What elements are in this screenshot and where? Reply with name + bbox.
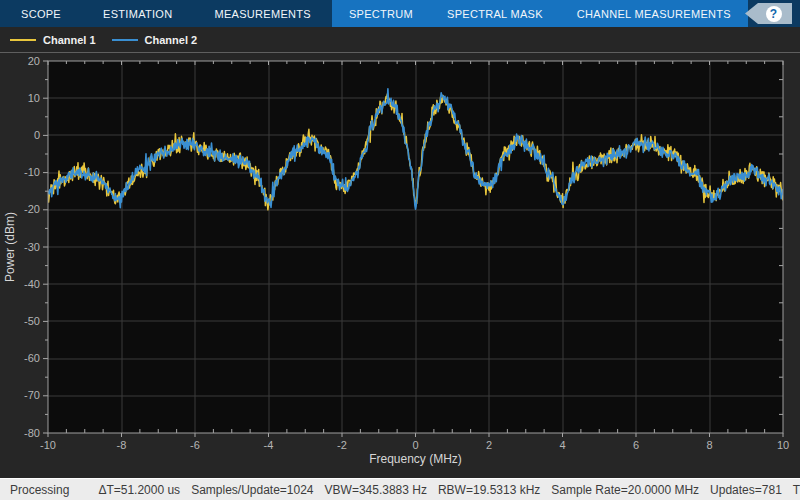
status-time: T=0.04 [793,483,800,497]
legend-item-channel-2[interactable]: Channel 2 [112,34,198,46]
svg-text:4: 4 [559,439,565,451]
active-tab-group: SPECTRUM SPECTRAL MASK CHANNEL MEASUREME… [332,0,748,27]
svg-text:-30: -30 [24,241,40,253]
status-state: Processing [10,483,69,497]
tab-scope[interactable]: SCOPE [0,0,82,27]
svg-text:20: 20 [28,55,40,67]
plot-panel: -10-8-6-4-2024681020100-10-20-30-40-50-6… [0,52,800,478]
status-updates: Updates=781 [710,483,782,497]
status-delta-t: ΔT=51.2000 us [98,483,180,497]
svg-text:Frequency (MHz): Frequency (MHz) [369,452,462,466]
svg-text:-6: -6 [190,439,200,451]
status-bar: Processing ΔT=51.2000 us Samples/Update=… [0,478,800,500]
channel-2-line-swatch [112,39,138,41]
svg-text:8: 8 [706,439,712,451]
status-fields: ΔT=51.2000 us Samples/Update=1024 VBW=34… [98,483,800,497]
spectrum-plot[interactable]: -10-8-6-4-2024681020100-10-20-30-40-50-6… [0,53,800,479]
svg-text:-4: -4 [264,439,274,451]
status-vbw: VBW=345.3883 Hz [325,483,427,497]
svg-text:-40: -40 [24,278,40,290]
svg-text:-10: -10 [24,166,40,178]
svg-text:0: 0 [34,129,40,141]
svg-text:-20: -20 [24,203,40,215]
svg-text:-8: -8 [117,439,127,451]
svg-text:6: 6 [633,439,639,451]
tab-measurements[interactable]: MEASUREMENTS [193,0,332,27]
tab-channel-measurements[interactable]: CHANNEL MEASUREMENTS [560,0,748,27]
legend-label: Channel 1 [43,34,96,46]
legend-item-channel-1[interactable]: Channel 1 [10,34,96,46]
svg-text:0: 0 [412,439,418,451]
status-sample-rate: Sample Rate=20.0000 MHz [551,483,699,497]
svg-text:10: 10 [28,92,40,104]
svg-text:-80: -80 [24,427,40,439]
svg-text:10: 10 [777,439,789,451]
status-rbw: RBW=19.5313 kHz [438,483,540,497]
status-samples: Samples/Update=1024 [191,483,313,497]
svg-text:-60: -60 [24,352,40,364]
legend-label: Channel 2 [145,34,198,46]
svg-text:-2: -2 [337,439,347,451]
toolstrip: SCOPE ESTIMATION MEASUREMENTS SPECTRUM S… [0,0,800,27]
help-icon: ? [766,6,782,22]
tab-estimation[interactable]: ESTIMATION [82,0,193,27]
svg-text:2: 2 [486,439,492,451]
svg-text:-70: -70 [24,389,40,401]
svg-text:Power (dBm): Power (dBm) [3,212,17,282]
tab-spectrum[interactable]: SPECTRUM [332,0,430,27]
tab-spectral-mask[interactable]: SPECTRAL MASK [430,0,560,27]
svg-text:-10: -10 [40,439,56,451]
channel-1-line-swatch [10,39,36,41]
legend: Channel 1 Channel 2 [0,27,800,52]
svg-text:-50: -50 [24,315,40,327]
